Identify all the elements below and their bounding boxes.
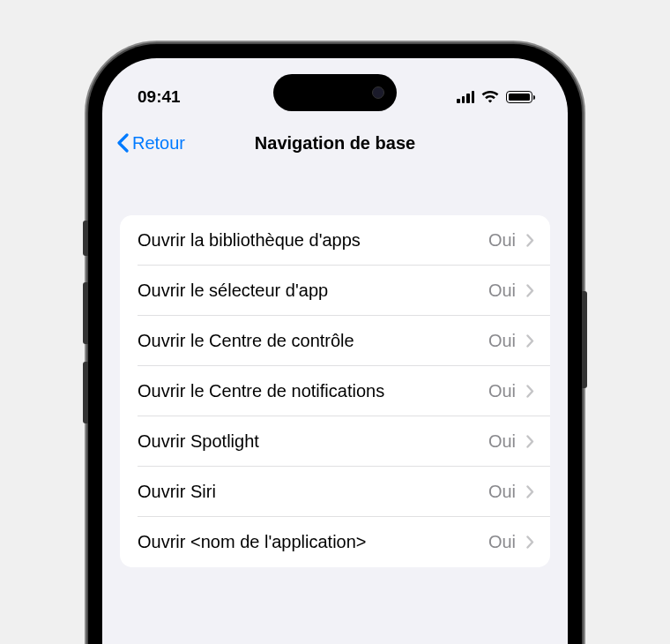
chevron-right-icon [526, 234, 534, 247]
list-item-app-switcher[interactable]: Ouvrir le sélecteur d'app Oui [120, 266, 550, 316]
settings-list: Ouvrir la bibliothèque d'apps Oui Ouvrir… [120, 215, 550, 567]
status-icons [457, 91, 532, 104]
volume-down-button [83, 362, 88, 423]
cellular-icon [457, 91, 474, 103]
list-item-label: Ouvrir <nom de l'application> [138, 532, 367, 552]
front-camera [372, 86, 384, 99]
list-item-label: Ouvrir Spotlight [138, 431, 259, 452]
list-item-right: Oui [488, 431, 534, 452]
chevron-right-icon [526, 284, 534, 297]
chevron-back-icon [116, 133, 129, 153]
list-item-right: Oui [488, 281, 534, 301]
list-item-label: Ouvrir le Centre de notifications [138, 381, 384, 401]
phone-frame: 09:41 Retour Navigation de base [88, 44, 582, 644]
list-item-value: Oui [488, 431, 516, 452]
power-button [582, 291, 587, 388]
screen: 09:41 Retour Navigation de base [102, 58, 568, 644]
list-item-right: Oui [488, 230, 534, 251]
list-item-label: Ouvrir le Centre de contrôle [138, 331, 354, 351]
back-label: Retour [132, 133, 185, 154]
list-item-spotlight[interactable]: Ouvrir Spotlight Oui [120, 416, 550, 467]
volume-up-button [83, 282, 88, 344]
list-item-value: Oui [488, 230, 516, 251]
nav-bar: Retour Navigation de base [102, 120, 568, 166]
list-item-control-center[interactable]: Ouvrir le Centre de contrôle Oui [120, 316, 550, 366]
chevron-right-icon [526, 485, 534, 498]
list-item-siri[interactable]: Ouvrir Siri Oui [120, 467, 550, 517]
content-area: Ouvrir la bibliothèque d'apps Oui Ouvrir… [102, 166, 568, 567]
battery-icon [506, 91, 532, 103]
list-item-right: Oui [488, 381, 534, 401]
chevron-right-icon [526, 385, 534, 398]
chevron-right-icon [526, 435, 534, 448]
mute-switch [83, 221, 88, 256]
list-item-right: Oui [488, 532, 534, 552]
chevron-right-icon [526, 334, 534, 348]
list-item-right: Oui [488, 331, 534, 351]
back-button[interactable]: Retour [116, 133, 185, 154]
status-time: 09:41 [138, 87, 181, 107]
list-item-value: Oui [488, 331, 516, 351]
chevron-right-icon [526, 535, 534, 549]
list-item-right: Oui [488, 482, 534, 502]
wifi-icon [481, 91, 499, 104]
list-item-notification-center[interactable]: Ouvrir le Centre de notifications Oui [120, 366, 550, 416]
list-item-app-library[interactable]: Ouvrir la bibliothèque d'apps Oui [120, 215, 550, 266]
dynamic-island [273, 74, 397, 111]
list-item-open-app[interactable]: Ouvrir <nom de l'application> Oui [120, 517, 550, 567]
list-item-value: Oui [488, 532, 516, 552]
list-item-value: Oui [488, 281, 516, 301]
list-item-label: Ouvrir Siri [138, 482, 216, 502]
list-item-value: Oui [488, 482, 516, 502]
list-item-label: Ouvrir le sélecteur d'app [138, 281, 328, 301]
list-item-label: Ouvrir la bibliothèque d'apps [138, 230, 361, 251]
list-item-value: Oui [488, 381, 516, 401]
